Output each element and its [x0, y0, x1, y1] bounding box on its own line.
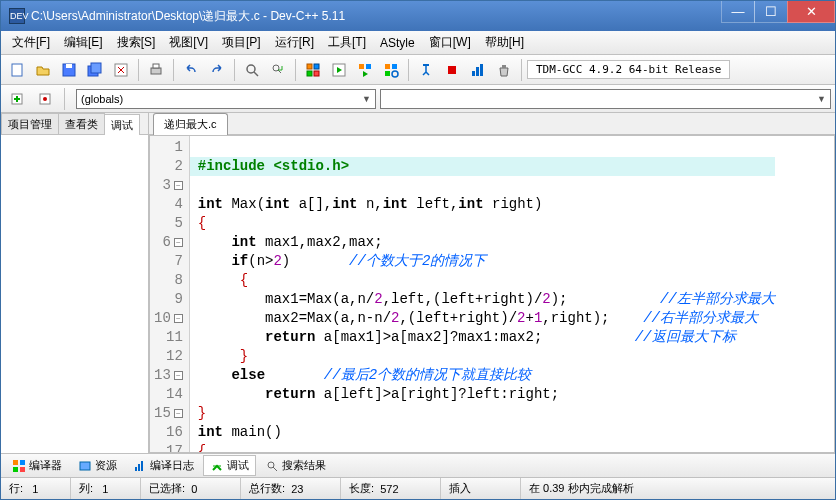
window-title: C:\Users\Administrator\Desktop\递归最大.c - …: [31, 8, 722, 25]
svg-rect-30: [13, 460, 18, 465]
menu-window[interactable]: 窗口[W]: [422, 31, 478, 54]
globals-combo[interactable]: (globals)▼: [76, 89, 376, 109]
functions-combo[interactable]: ▼: [380, 89, 831, 109]
svg-rect-32: [13, 467, 18, 472]
resources-icon: [78, 459, 92, 473]
save-button[interactable]: [57, 58, 81, 82]
debug-icon: [210, 459, 224, 473]
rebuild-button[interactable]: [379, 58, 403, 82]
bookmark-button[interactable]: [33, 87, 57, 111]
svg-rect-2: [66, 64, 72, 68]
run-button[interactable]: [327, 58, 351, 82]
new-file-button[interactable]: [5, 58, 29, 82]
svg-rect-33: [20, 467, 25, 472]
svg-rect-4: [91, 63, 101, 73]
fold-icon[interactable]: −: [174, 181, 183, 190]
svg-rect-10: [307, 64, 312, 69]
menu-project[interactable]: 项目[P]: [215, 31, 268, 54]
close-file-button[interactable]: [109, 58, 133, 82]
log-icon: [133, 459, 147, 473]
svg-rect-18: [392, 64, 397, 69]
tab-debug[interactable]: 调试: [104, 114, 140, 135]
menu-search[interactable]: 搜索[S]: [110, 31, 163, 54]
close-button[interactable]: ✕: [787, 1, 835, 23]
compile-button[interactable]: [301, 58, 325, 82]
btab-log[interactable]: 编译日志: [126, 455, 201, 476]
svg-rect-16: [366, 64, 371, 69]
svg-rect-25: [480, 64, 483, 76]
code-editor[interactable]: 123−456−78910−111213−1415−161718 #includ…: [149, 135, 835, 453]
sb-parse: 在 0.39 秒内完成解析: [521, 478, 835, 499]
globals-label: (globals): [81, 93, 123, 105]
find-button[interactable]: [240, 58, 264, 82]
file-tabs: 递归最大.c: [149, 113, 835, 135]
svg-rect-36: [138, 464, 140, 471]
btab-debug[interactable]: 调试: [203, 455, 256, 476]
sb-sel: 已选择: 0: [141, 478, 241, 499]
svg-point-29: [43, 97, 47, 101]
svg-rect-24: [476, 67, 479, 76]
menu-astyle[interactable]: AStyle: [373, 33, 422, 53]
toolbar-main: TDM-GCC 4.9.2 64-bit Release: [1, 55, 835, 85]
btab-compiler[interactable]: 编译器: [5, 455, 69, 476]
undo-button[interactable]: [179, 58, 203, 82]
menu-help[interactable]: 帮助[H]: [478, 31, 531, 54]
compiler-combo[interactable]: TDM-GCC 4.9.2 64-bit Release: [527, 60, 730, 79]
svg-rect-37: [141, 461, 143, 471]
fold-icon[interactable]: −: [174, 371, 183, 380]
menu-view[interactable]: 视图[V]: [162, 31, 215, 54]
code-content[interactable]: #include <stdio.h> int Max(int a[],int n…: [190, 136, 775, 452]
sb-len: 长度: 572: [341, 478, 441, 499]
search-icon: [265, 459, 279, 473]
svg-rect-22: [448, 66, 456, 74]
left-panel: 项目管理 查看类 调试: [1, 113, 149, 453]
open-button[interactable]: [31, 58, 55, 82]
left-panel-content: [1, 135, 148, 453]
titlebar[interactable]: DEV C:\Users\Administrator\Desktop\递归最大.…: [1, 1, 835, 31]
svg-rect-23: [472, 71, 475, 76]
new-project-button[interactable]: [5, 87, 29, 111]
menu-run[interactable]: 运行[R]: [268, 31, 321, 54]
svg-rect-12: [307, 71, 312, 76]
svg-rect-17: [385, 64, 390, 69]
replace-button[interactable]: [266, 58, 290, 82]
svg-rect-7: [153, 64, 159, 68]
menubar: 文件[F] 编辑[E] 搜索[S] 视图[V] 项目[P] 运行[R] 工具[T…: [1, 31, 835, 55]
stop-button[interactable]: [440, 58, 464, 82]
menu-file[interactable]: 文件[F]: [5, 31, 57, 54]
compile-run-button[interactable]: [353, 58, 377, 82]
svg-rect-31: [20, 460, 25, 465]
svg-rect-21: [423, 64, 429, 66]
app-window: DEV C:\Users\Administrator\Desktop\递归最大.…: [0, 0, 836, 500]
btab-resources[interactable]: 资源: [71, 455, 124, 476]
save-all-button[interactable]: [83, 58, 107, 82]
fold-icon[interactable]: −: [174, 238, 183, 247]
toolbar-nav: (globals)▼ ▼: [1, 85, 835, 113]
svg-point-20: [392, 71, 398, 77]
sb-line: 行: 1: [1, 478, 71, 499]
svg-rect-34: [80, 462, 90, 470]
svg-rect-13: [314, 71, 319, 76]
menu-edit[interactable]: 编辑[E]: [57, 31, 110, 54]
profile-button[interactable]: [466, 58, 490, 82]
line-gutter: 123−456−78910−111213−1415−161718: [150, 136, 190, 452]
menu-tools[interactable]: 工具[T]: [321, 31, 373, 54]
minimize-button[interactable]: —: [721, 1, 755, 23]
tab-classes[interactable]: 查看类: [58, 113, 105, 134]
fold-icon[interactable]: −: [174, 409, 183, 418]
print-button[interactable]: [144, 58, 168, 82]
chevron-down-icon: ▼: [817, 94, 826, 104]
tab-project[interactable]: 项目管理: [1, 113, 59, 134]
clean-button[interactable]: [492, 58, 516, 82]
app-icon: DEV: [9, 8, 25, 24]
redo-button[interactable]: [205, 58, 229, 82]
sb-col: 列: 1: [71, 478, 141, 499]
fold-icon[interactable]: −: [174, 314, 183, 323]
debug-button[interactable]: [414, 58, 438, 82]
svg-rect-0: [12, 64, 22, 76]
btab-search[interactable]: 搜索结果: [258, 455, 333, 476]
file-tab-active[interactable]: 递归最大.c: [153, 113, 228, 135]
maximize-button[interactable]: ☐: [754, 1, 788, 23]
svg-point-8: [247, 65, 255, 73]
sb-total: 总行数: 23: [241, 478, 341, 499]
